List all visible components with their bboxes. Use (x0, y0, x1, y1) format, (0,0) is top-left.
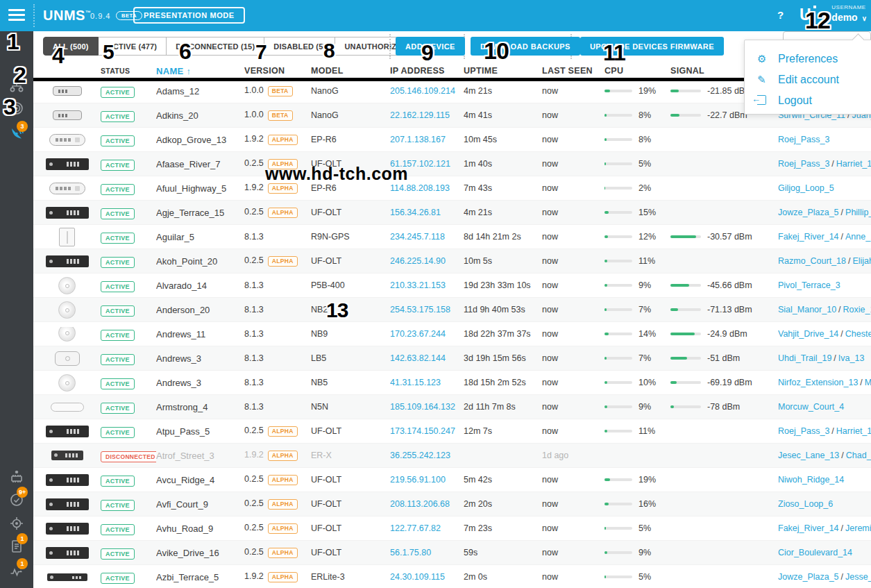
table-row[interactable]: ACTIVE Alvarado_14 8.1.3 P5B-400 210.33.… (33, 274, 871, 298)
site-link[interactable]: Razmo_Court_18 (778, 256, 846, 266)
sidebar-item-outages[interactable]: 1 (0, 563, 33, 582)
table-row[interactable]: ACTIVE Adkop_Grove_13 1.9.2ALPHA EP-R6 2… (33, 128, 871, 152)
site-link[interactable]: Zioso_Loop_6 (778, 499, 833, 509)
site-link[interactable]: Elijah_18 (852, 256, 871, 266)
table-row[interactable]: DISCONNECTED Atrof_Street_3 1.9.2ALPHA E… (33, 444, 871, 468)
ip-address-link[interactable]: 246.225.14.90 (390, 256, 446, 266)
cpu-value: 11% (639, 256, 655, 266)
site-link[interactable]: Iva_13 (838, 353, 865, 363)
sidebar-item-devices[interactable]: 3 (0, 126, 33, 145)
table-row[interactable]: ACTIVE Anderson_20 8.1.3 NB2 254.53.175.… (33, 298, 871, 322)
device-icon (46, 523, 89, 535)
sidebar-item-logs[interactable]: 1 (0, 538, 33, 557)
ip-address-link[interactable]: 156.34.26.81 (390, 208, 441, 217)
site-link[interactable]: Fakej_River_14 (778, 523, 839, 533)
menu-item-edit-account[interactable]: ✎Edit account (745, 69, 871, 90)
column-header-name[interactable]: NAME ↑ (156, 66, 244, 76)
ip-address-link[interactable]: 210.33.21.153 (390, 280, 446, 290)
table-row[interactable]: ACTIVE Andrews_3 8.1.3 NB5 41.31.15.123 … (33, 371, 871, 395)
site-link[interactable]: Phillip_16 (845, 208, 871, 217)
site-link[interactable]: Harriet_19 (836, 159, 871, 169)
ip-address-link[interactable]: 56.1.75.80 (390, 548, 431, 557)
column-header-ip[interactable]: IP ADDRESS (390, 66, 464, 76)
column-header-lastseen[interactable]: LAST SEEN (542, 66, 604, 76)
presentation-mode-button[interactable]: PRESENTATION MODE (133, 7, 245, 24)
ip-address-link[interactable]: 122.77.67.82 (390, 523, 441, 533)
table-row[interactable]: ACTIVE Avfi_Court_9 0.2.5ALPHA UF-OLT 20… (33, 492, 871, 516)
table-row[interactable]: ACTIVE Aguilar_5 8.1.3 R9N-GPS 234.245.7… (33, 225, 871, 249)
site-link[interactable]: Jowze_Plaza_5 (778, 208, 839, 217)
site-link[interactable]: Giljog_Loop_5 (778, 183, 834, 193)
site-link[interactable]: Niwoh_Ridge_14 (778, 475, 844, 485)
table-row[interactable]: ACTIVE Avcu_Ridge_4 0.2.5ALPHA UF-OLT 21… (33, 468, 871, 492)
column-header-version[interactable]: VERSION (244, 66, 311, 76)
sidebar-item-discovery[interactable] (0, 515, 33, 535)
help-icon[interactable]: ? (777, 9, 784, 21)
table-row[interactable]: ACTIVE Afaase_River_7 0.2.5ALPHA UF-OLT … (33, 152, 871, 176)
tab-all[interactable]: ALL (500) (43, 37, 99, 56)
site-link[interactable]: Uhdi_Trail_19 (778, 353, 831, 363)
ip-address-link[interactable]: 254.53.175.158 (390, 305, 450, 314)
site-link[interactable]: Nirfoz_Extension_13 (778, 378, 858, 387)
ip-address-link[interactable]: 207.1.138.167 (390, 135, 446, 144)
hamburger-menu-icon[interactable] (8, 9, 25, 22)
site-link[interactable]: Roej_Pass_3 (778, 426, 829, 436)
ip-address-link[interactable]: 41.31.15.123 (390, 378, 441, 387)
site-link[interactable]: Anne_13 (845, 232, 871, 242)
ip-address-link[interactable]: 142.63.82.144 (390, 353, 446, 363)
upgrade-devices-firmware-button[interactable]: UPGRADE DEVICES FIRMWARE (580, 37, 724, 56)
site-link[interactable]: Morcuw_Court_4 (778, 402, 844, 412)
table-row[interactable]: ACTIVE Afuul_Highway_5 1.9.2ALPHA EP-R6 … (33, 176, 871, 201)
device-model: NB5 (311, 378, 390, 387)
sidebar-item-tasks[interactable]: 9+ (0, 492, 33, 511)
column-header-uptime[interactable]: UPTIME (464, 66, 542, 76)
user-menu-trigger[interactable]: USERNAME demo∨ (831, 4, 867, 23)
table-row[interactable]: ACTIVE Agje_Terrace_15 0.2.5ALPHA UF-OLT… (33, 201, 871, 225)
ip-address-link[interactable]: 36.255.242.123 (390, 451, 450, 460)
ip-address-link[interactable]: 208.113.206.68 (390, 499, 450, 509)
device-icon (58, 301, 76, 319)
ip-address-link[interactable]: 205.146.109.214 (390, 86, 455, 96)
table-row[interactable]: ACTIVE Avike_Drive_16 0.2.5ALPHA UF-OLT … (33, 541, 871, 565)
site-link[interactable]: Harriet_19 (836, 426, 871, 436)
table-row[interactable]: ACTIVE Andrews_11 8.1.3 NB9 170.23.67.24… (33, 322, 871, 346)
column-header-status[interactable]: STATUS (101, 67, 156, 75)
site-link[interactable]: Chester_5 (845, 329, 871, 339)
table-row[interactable]: ACTIVE Avhu_Road_9 0.2.5ALPHA UF-OLT 122… (33, 516, 871, 541)
menu-item-logout[interactable]: Logout (745, 90, 871, 111)
site-link[interactable]: Jeremiah_9 (845, 523, 871, 533)
site-link[interactable]: Pivol_Terrace_3 (778, 280, 840, 290)
site-link[interactable]: Jesse_18 (845, 572, 871, 582)
ip-address-link[interactable]: 185.109.164.132 (390, 402, 455, 412)
table-row[interactable]: ACTIVE Azbi_Terrace_5 1.9.2ALPHA ERLite-… (33, 565, 871, 588)
column-header-cpu[interactable]: CPU (604, 66, 670, 76)
site-link[interactable]: Vahjit_Drive_14 (778, 329, 838, 339)
table-row[interactable]: ACTIVE Andrews_3 8.1.3 LB5 142.63.82.144… (33, 346, 871, 371)
ip-address-link[interactable]: 173.174.150.247 (390, 426, 455, 436)
site-link[interactable]: Cior_Boulevard_14 (778, 548, 852, 557)
site-link[interactable]: Roej_Pass_3 (778, 159, 829, 169)
site-link[interactable]: Fakej_River_14 (778, 232, 839, 242)
ip-address-link[interactable]: 22.162.129.115 (390, 110, 450, 120)
table-row[interactable]: ACTIVE Akoh_Point_20 0.2.5ALPHA UF-OLT 2… (33, 249, 871, 274)
notification-badge: 1 (17, 533, 28, 544)
site-link[interactable]: Manue (865, 378, 871, 387)
site-link[interactable]: Roej_Pass_3 (778, 135, 829, 144)
ip-address-link[interactable]: 114.88.208.193 (390, 183, 450, 193)
site-link[interactable]: Jesec_Lane_13 (778, 451, 839, 460)
site-link[interactable]: Chad_13 (846, 451, 871, 460)
table-row[interactable]: ACTIVE Armstrong_4 8.1.3 N5N 185.109.164… (33, 395, 871, 419)
ip-address-link[interactable]: 234.245.7.118 (390, 232, 445, 242)
table-row[interactable]: ACTIVE Atpu_Pass_5 0.2.5ALPHA UF-OLT 173… (33, 419, 871, 444)
sidebar-item-firmware[interactable] (0, 469, 33, 488)
last-seen-value: now (542, 208, 604, 217)
menu-item-preferences[interactable]: ⚙Preferences (745, 49, 871, 69)
ip-address-link[interactable]: 24.30.109.115 (390, 572, 445, 582)
column-header-model[interactable]: MODEL (311, 66, 390, 76)
site-link[interactable]: Sial_Manor_10 (778, 305, 836, 314)
uptime-value: 11d 9h 40m 53s (464, 305, 542, 314)
site-link[interactable]: Jowze_Plaza_5 (778, 572, 839, 582)
site-link[interactable]: Roxie_1 (843, 305, 871, 314)
ip-address-link[interactable]: 219.56.91.100 (390, 475, 446, 485)
ip-address-link[interactable]: 170.23.67.244 (390, 329, 446, 339)
